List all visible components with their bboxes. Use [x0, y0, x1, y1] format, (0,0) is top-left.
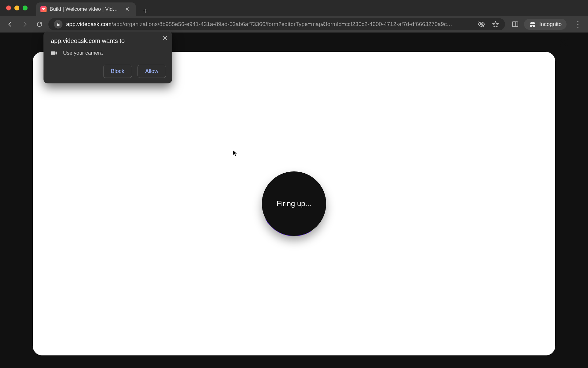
back-button[interactable]	[4, 18, 16, 30]
modal-close-button[interactable]	[558, 36, 570, 49]
loader: Firing up...	[260, 170, 328, 237]
permission-request-text: Use your camera	[63, 50, 103, 56]
svg-rect-1	[512, 22, 518, 27]
new-tab-button[interactable]: +	[140, 6, 150, 16]
permission-allow-button[interactable]: Allow	[138, 65, 166, 78]
incognito-icon	[529, 21, 536, 28]
side-panel-icon[interactable]	[511, 20, 519, 28]
tab-favicon-icon: ❤	[40, 6, 47, 12]
window-controls	[6, 6, 28, 10]
tabstrip: ❤ Build | Welcome video | VideoA ✕ +	[36, 0, 150, 16]
permission-request-row: Use your camera	[51, 50, 166, 56]
incognito-indicator[interactable]: Incognito	[524, 19, 567, 30]
url-domain: app.videoask.com	[66, 21, 111, 27]
site-info-button[interactable]	[54, 20, 62, 29]
permission-close-button[interactable]: ✕	[162, 34, 168, 42]
address-bar[interactable]: app.videoask.com/app/organizations/8b955…	[48, 18, 505, 30]
forward-button[interactable]	[19, 18, 31, 30]
bookmark-star-icon[interactable]	[492, 20, 499, 28]
reload-button[interactable]	[34, 18, 45, 30]
incognito-label: Incognito	[539, 21, 562, 28]
tab-title: Build | Welcome video | VideoA	[50, 6, 120, 12]
window-close-button[interactable]	[6, 6, 11, 10]
address-text: app.videoask.com/app/organizations/8b955…	[66, 21, 452, 28]
window-minimize-button[interactable]	[14, 6, 19, 10]
tab-close-button[interactable]: ✕	[123, 5, 131, 13]
camera-icon	[51, 51, 58, 56]
permission-block-button[interactable]: Block	[103, 65, 132, 78]
url-path: /app/organizations/8b955e56-e941-431a-89…	[111, 21, 452, 27]
loader-label: Firing up...	[262, 171, 326, 236]
browser-window: ❤ Build | Welcome video | VideoA ✕ + app…	[0, 0, 588, 368]
permission-actions: Block Allow	[51, 65, 166, 78]
address-bar-actions	[477, 20, 499, 28]
browser-menu-button[interactable]: ⋮	[572, 20, 584, 29]
incognito-eye-icon[interactable]	[477, 20, 485, 28]
app-modal-card: Firing up...	[32, 52, 556, 356]
titlebar: ❤ Build | Welcome video | VideoA ✕ +	[0, 0, 588, 16]
browser-toolbar: app.videoask.com/app/organizations/8b955…	[0, 16, 588, 33]
browser-tab[interactable]: ❤ Build | Welcome video | VideoA ✕	[36, 2, 136, 16]
permission-popover: ✕ app.videoask.com wants to Use your cam…	[43, 31, 172, 83]
permission-title: app.videoask.com wants to	[51, 37, 166, 44]
window-maximize-button[interactable]	[23, 6, 28, 10]
